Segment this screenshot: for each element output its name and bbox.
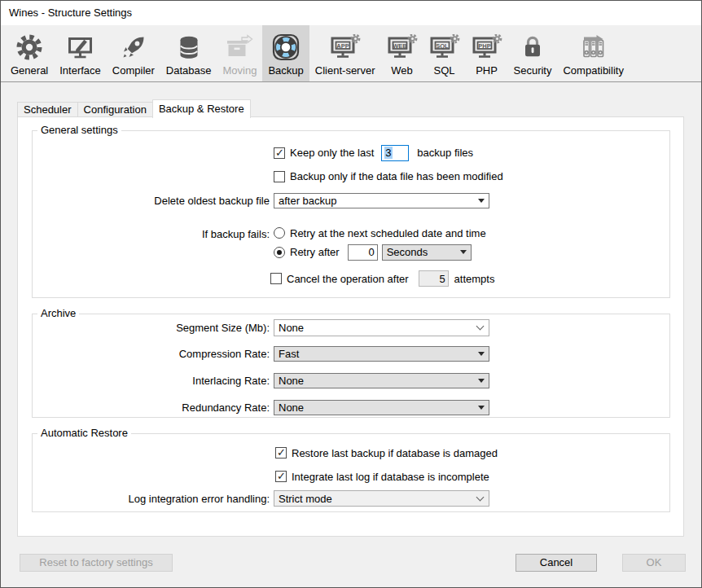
cancel-button[interactable]: Cancel xyxy=(516,554,597,572)
gear-icon xyxy=(16,31,42,64)
integrate-log-row: Integrate last log if database is incomp… xyxy=(275,469,489,484)
chevron-down-icon xyxy=(476,323,485,331)
keep-last-checkbox[interactable] xyxy=(274,147,285,159)
lifering-icon xyxy=(272,31,300,64)
chevron-down-icon xyxy=(476,493,485,501)
cancel-after-checkbox[interactable] xyxy=(270,273,282,284)
interlacing-rate-value: None xyxy=(279,375,473,387)
retry-after-unit-combobox[interactable]: Seconds xyxy=(382,244,472,261)
group-legend: Archive xyxy=(37,307,79,319)
cancel-after-attempts-value: 5 xyxy=(439,273,445,285)
group-legend: General settings xyxy=(37,124,121,136)
log-error-combobox[interactable]: Strict mode xyxy=(274,490,489,507)
tab-configuration[interactable]: Configuration xyxy=(77,102,153,117)
only-modified-label: Backup only if the data file has been mo… xyxy=(290,170,503,182)
keep-last-suffix: backup files xyxy=(417,147,473,159)
dropdown-arrow-icon xyxy=(478,352,485,356)
rocket-icon xyxy=(121,31,147,64)
title-bar: Wines - Structure Settings xyxy=(1,1,701,25)
toolbar-button-security[interactable]: Security xyxy=(508,25,558,81)
toolbar-label: Backup xyxy=(268,64,303,77)
tab-scheduler[interactable]: Scheduler xyxy=(17,102,78,117)
dropdown-arrow-icon xyxy=(478,406,485,410)
log-error-value: Strict mode xyxy=(279,493,472,505)
toolbar-button-backup[interactable]: Backup xyxy=(262,25,309,81)
lock-icon xyxy=(520,31,546,64)
retry-scheduled-radio[interactable] xyxy=(274,227,285,239)
sql-monitor-icon: SQL xyxy=(429,31,460,64)
tab-strip: Scheduler Configuration Backup & Restore xyxy=(17,99,250,117)
svg-text:SQL: SQL xyxy=(436,42,449,50)
toolbar-button-database[interactable]: Database xyxy=(160,25,217,81)
integrate-log-checkbox[interactable] xyxy=(275,471,287,482)
if-backup-fails-label: If backup fails: xyxy=(9,228,270,240)
toolbar-button-client-server[interactable]: APP Client-server xyxy=(309,25,381,81)
delete-oldest-value: after backup xyxy=(279,195,473,207)
svg-text:WEB: WEB xyxy=(393,42,407,50)
compression-rate-label: Compression Rate: xyxy=(9,348,270,360)
tab-backup-restore[interactable]: Backup & Restore xyxy=(152,99,251,118)
dropdown-arrow-icon xyxy=(478,379,485,383)
delete-oldest-combobox[interactable]: after backup xyxy=(274,193,489,208)
only-modified-row: Backup only if the data file has been mo… xyxy=(274,168,503,185)
php-monitor-icon: PHP xyxy=(472,31,502,64)
redundancy-rate-label: Redundancy Rate: xyxy=(9,402,270,414)
keep-last-label: Keep only the last xyxy=(290,147,374,159)
retry-scheduled-label: Retry at the next scheduled date and tim… xyxy=(290,227,486,239)
restore-backup-row: Restore last backup if database is damag… xyxy=(275,445,498,460)
segment-size-combobox[interactable]: None xyxy=(274,319,489,336)
compression-rate-combobox[interactable]: Fast xyxy=(274,346,489,362)
toolbar-label: General xyxy=(11,64,48,77)
toolbar-label: Compatibility xyxy=(563,64,623,77)
binders-arrow-icon xyxy=(578,31,609,64)
dropdown-arrow-icon xyxy=(460,250,467,254)
retry-after-label: Retry after xyxy=(290,246,340,258)
log-error-label: Log integration error handling: xyxy=(9,493,270,505)
cancel-after-label: Cancel the operation after xyxy=(287,273,409,285)
web-monitor-icon: WEB xyxy=(387,31,418,64)
redundancy-rate-combobox[interactable]: None xyxy=(274,400,489,415)
toolbar-button-web[interactable]: WEB Web xyxy=(381,25,423,81)
toolbar-button-sql[interactable]: SQL SQL xyxy=(423,25,466,81)
restore-backup-checkbox[interactable] xyxy=(275,447,287,459)
toolbar-button-moving[interactable]: Moving xyxy=(217,25,263,81)
group-legend: Automatic Restore xyxy=(37,427,131,439)
ok-button[interactable]: OK xyxy=(622,554,686,572)
keep-last-count-input[interactable]: 3 xyxy=(381,145,409,161)
retry-after-value: 0 xyxy=(368,246,374,258)
cancel-after-row: Cancel the operation after 5 attempts xyxy=(270,270,494,287)
database-icon xyxy=(176,31,202,64)
keep-last-count-value: 3 xyxy=(384,147,392,159)
restore-backup-label: Restore last backup if database is damag… xyxy=(292,447,498,459)
cancel-after-suffix: attempts xyxy=(454,273,495,285)
cancel-after-attempts-input[interactable]: 5 xyxy=(419,270,449,287)
toolbar-button-compiler[interactable]: Compiler xyxy=(107,25,160,81)
retry-after-radio[interactable] xyxy=(274,247,285,258)
window-title: Wines - Structure Settings xyxy=(9,1,132,25)
toolbar-label: PHP xyxy=(476,64,498,77)
toolbar-label: Moving xyxy=(223,64,257,77)
toolbar-button-php[interactable]: PHP PHP xyxy=(466,25,508,81)
monitor-pencil-icon xyxy=(67,31,94,64)
delete-oldest-label: Delete oldest backup file xyxy=(9,195,270,207)
retry-after-unit-value: Seconds xyxy=(387,246,455,258)
segment-size-label: Segment Size (Mb): xyxy=(9,322,270,334)
toolbar-button-compatibility[interactable]: Compatibility xyxy=(557,25,629,81)
redundancy-rate-value: None xyxy=(279,402,473,414)
dropdown-arrow-icon xyxy=(478,199,485,203)
toolbar-button-interface[interactable]: Interface xyxy=(54,25,107,81)
interlacing-rate-combobox[interactable]: None xyxy=(274,373,489,388)
toolbar-button-general[interactable]: General xyxy=(5,25,54,81)
integrate-log-label: Integrate last log if database is incomp… xyxy=(292,471,489,483)
svg-text:APP: APP xyxy=(336,42,349,50)
toolbar-label: Compiler xyxy=(112,64,155,77)
toolbar-label: Security xyxy=(514,64,552,77)
structure-settings-dialog: Wines - Structure Settings General xyxy=(0,0,702,588)
retry-after-value-input[interactable]: 0 xyxy=(348,244,378,261)
segment-size-value: None xyxy=(279,322,472,334)
only-modified-checkbox[interactable] xyxy=(274,171,285,182)
retry-after-row: Retry after 0 Seconds xyxy=(274,244,472,261)
retry-scheduled-row: Retry at the next scheduled date and tim… xyxy=(274,226,486,240)
interlacing-rate-label: Interlacing Rate: xyxy=(9,375,270,387)
reset-factory-button[interactable]: Reset to factory settings xyxy=(20,554,173,572)
